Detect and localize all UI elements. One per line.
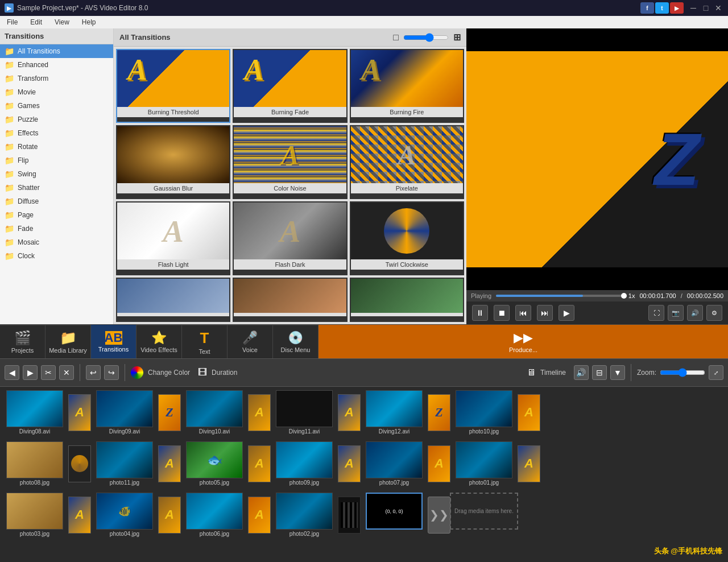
sidebar-item-diffuse[interactable]: 📁 Diffuse bbox=[0, 195, 113, 208]
transition-more-1[interactable] bbox=[116, 278, 230, 322]
media-thumb[interactable] bbox=[276, 441, 333, 478]
drop-zone-area[interactable]: Drag media items here. bbox=[450, 493, 518, 530]
transition-item[interactable]: A bbox=[338, 441, 361, 486]
transition-pixelate[interactable]: A Pixelate bbox=[350, 125, 464, 199]
sidebar-item-enhanced[interactable]: 📁 Enhanced bbox=[0, 58, 113, 72]
media-thumb[interactable] bbox=[6, 441, 63, 478]
media-thumb[interactable] bbox=[276, 493, 333, 530]
forward-button[interactable]: ▶ bbox=[23, 365, 38, 380]
sidebar-item-movie[interactable]: 📁 Movie bbox=[0, 85, 113, 99]
duration-button[interactable]: 🎞 Duration bbox=[198, 367, 237, 378]
large-view-icon[interactable]: ⊞ bbox=[453, 32, 461, 43]
media-thumb[interactable]: 🐟 bbox=[186, 441, 243, 478]
fullscreen-button[interactable]: ⛶ bbox=[648, 305, 664, 321]
sidebar-item-transform[interactable]: 📁 Transform bbox=[0, 72, 113, 85]
sidebar-item-flip[interactable]: 📁 Flip bbox=[0, 154, 113, 167]
media-thumb[interactable] bbox=[366, 441, 423, 478]
sidebar-item-shatter[interactable]: 📁 Shatter bbox=[0, 181, 113, 195]
change-color-button[interactable]: Change Color bbox=[131, 366, 190, 379]
playback-bar[interactable] bbox=[496, 295, 624, 297]
media-thumb[interactable] bbox=[6, 493, 63, 530]
tool-video-effects[interactable]: ⭐ Video Effects bbox=[136, 325, 182, 359]
settings-button[interactable]: ⚙ bbox=[706, 305, 722, 321]
menu-view[interactable]: View bbox=[51, 17, 73, 27]
sidebar-item-clock[interactable]: 📁 Clock bbox=[0, 249, 113, 263]
transition-burning-fire[interactable]: A Burning Fire bbox=[350, 49, 464, 123]
transition-item[interactable]: A bbox=[518, 441, 540, 486]
transition-item[interactable]: A bbox=[158, 441, 181, 486]
transition-item[interactable]: A bbox=[68, 493, 91, 537]
next-frame-button[interactable]: ⏭ bbox=[537, 305, 553, 321]
media-thumb[interactable] bbox=[6, 390, 63, 427]
minimize-button[interactable]: ─ bbox=[688, 3, 698, 13]
media-thumb[interactable] bbox=[186, 390, 243, 427]
dropdown-button[interactable]: ▼ bbox=[610, 365, 625, 380]
transition-item[interactable]: A bbox=[518, 390, 540, 435]
sidebar-item-all-transitions[interactable]: 📁 All Transitions bbox=[0, 44, 113, 58]
arrow-button[interactable]: ❯❯ bbox=[428, 493, 450, 537]
youtube-icon[interactable]: ▶ bbox=[670, 2, 684, 14]
menu-file[interactable]: File bbox=[3, 17, 21, 27]
transition-item[interactable]: A bbox=[248, 493, 271, 537]
snapshot-button[interactable]: 📷 bbox=[668, 305, 684, 321]
transition-item[interactable]: A bbox=[338, 390, 361, 435]
tool-text[interactable]: T Text bbox=[182, 325, 228, 359]
audio-button[interactable]: 🔊 bbox=[574, 365, 589, 380]
transition-item[interactable]: Z bbox=[428, 390, 450, 435]
media-thumb[interactable] bbox=[276, 390, 333, 427]
tool-disc-menu[interactable]: 💿 Disc Menu bbox=[273, 325, 318, 359]
media-thumb[interactable] bbox=[366, 390, 423, 427]
timeline-toggle[interactable]: 🖥 Timeline bbox=[527, 367, 566, 378]
transition-more-3[interactable] bbox=[350, 278, 464, 322]
transition-burning-fade[interactable]: A Burning Fade bbox=[233, 49, 347, 123]
sidebar-item-mosaic[interactable]: 📁 Mosaic bbox=[0, 235, 113, 249]
twitter-icon[interactable]: t bbox=[655, 2, 669, 14]
sidebar-item-games[interactable]: 📁 Games bbox=[0, 99, 113, 113]
view-toggle-icon[interactable]: □ bbox=[393, 32, 399, 43]
pause-button[interactable]: ⏸ bbox=[472, 305, 488, 321]
transition-burning-threshold[interactable]: A Burning Threshold bbox=[116, 49, 230, 123]
tool-voice[interactable]: 🎤 Voice bbox=[228, 325, 273, 359]
tool-media-library[interactable]: 📁 Media Library bbox=[46, 325, 91, 359]
zoom-slider[interactable] bbox=[660, 368, 705, 377]
prev-frame-button[interactable]: ⏮ bbox=[515, 305, 531, 321]
menu-edit[interactable]: Edit bbox=[27, 17, 46, 27]
transition-item[interactable]: A bbox=[68, 390, 91, 435]
transition-twirl-clockwise[interactable]: Twirl Clockwise bbox=[350, 201, 464, 275]
transition-item[interactable] bbox=[68, 441, 91, 486]
transition-gaussian-blur[interactable]: Gaussian Blur bbox=[116, 125, 230, 199]
undo-button[interactable]: ↩ bbox=[86, 365, 101, 380]
facebook-icon[interactable]: f bbox=[640, 2, 654, 14]
sidebar-item-fade[interactable]: 📁 Fade bbox=[0, 222, 113, 235]
tool-produce[interactable]: ▶▶ Produce... bbox=[318, 325, 728, 359]
media-thumb[interactable] bbox=[96, 390, 153, 427]
transition-item[interactable]: A bbox=[428, 441, 450, 486]
transition-item[interactable]: Z bbox=[158, 390, 181, 435]
volume-button[interactable]: 🔊 bbox=[687, 305, 703, 321]
back-button[interactable]: ◀ bbox=[5, 365, 19, 380]
sidebar-item-effects[interactable]: 📁 Effects bbox=[0, 126, 113, 140]
sidebar-item-rotate[interactable]: 📁 Rotate bbox=[0, 140, 113, 154]
transition-item[interactable]: A bbox=[248, 441, 271, 486]
media-thumb[interactable] bbox=[456, 441, 512, 478]
view-button[interactable]: ⊟ bbox=[592, 365, 607, 380]
fit-button[interactable]: ⤢ bbox=[709, 365, 723, 380]
media-thumb[interactable] bbox=[456, 390, 512, 427]
media-drop-zone[interactable]: Drag media items here. bbox=[453, 493, 515, 537]
sidebar-item-swing[interactable]: 📁 Swing bbox=[0, 167, 113, 181]
sidebar-item-puzzle[interactable]: 📁 Puzzle bbox=[0, 113, 113, 126]
transition-item[interactable]: A bbox=[158, 493, 181, 537]
cut-button[interactable]: ✂ bbox=[41, 365, 56, 380]
stop-button[interactable]: ⏹ bbox=[494, 305, 510, 321]
close-button[interactable]: ✕ bbox=[713, 3, 723, 13]
transition-item[interactable]: A bbox=[248, 390, 271, 435]
media-thumb[interactable] bbox=[186, 493, 243, 530]
media-thumb[interactable]: 🐠 bbox=[96, 493, 153, 530]
redo-button[interactable]: ↪ bbox=[104, 365, 119, 380]
sidebar-item-page[interactable]: 📁 Page bbox=[0, 208, 113, 222]
media-thumb[interactable] bbox=[96, 441, 153, 478]
size-slider[interactable] bbox=[403, 33, 449, 42]
transition-flash-dark[interactable]: A Flash Dark bbox=[233, 201, 347, 275]
transition-more-2[interactable] bbox=[233, 278, 347, 322]
play-button[interactable]: ▶ bbox=[559, 305, 574, 321]
